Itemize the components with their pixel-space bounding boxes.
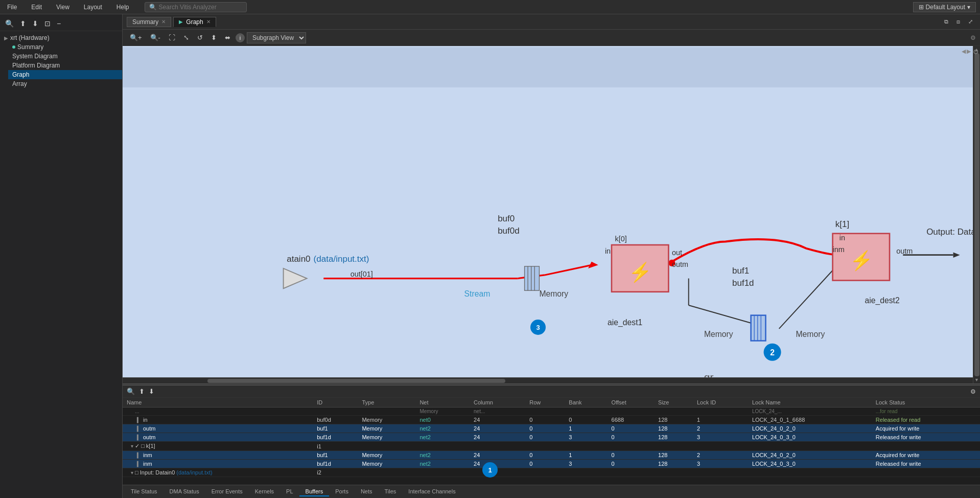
row-icon: ▍ xyxy=(137,452,141,458)
split-horizontal-button[interactable]: ⧉ xyxy=(941,17,951,27)
svg-text:buf0d: buf0d xyxy=(498,226,520,236)
row-icon: ▍ xyxy=(137,435,141,440)
settings-icon[interactable]: ⚙ xyxy=(970,34,976,41)
tab-summary-label: Summary xyxy=(132,18,158,26)
net-link[interactable]: net2 xyxy=(419,461,430,467)
play-icon: ▶ xyxy=(179,19,183,25)
search-sidebar-button[interactable]: 🔍 xyxy=(4,18,15,29)
search-input[interactable] xyxy=(159,4,241,11)
tab-nets[interactable]: Nets xyxy=(355,487,379,496)
badge-1-label: 1 xyxy=(488,466,492,474)
bottom-toolbar: 🔍 ⬆ ⬇ ⚙ xyxy=(123,386,980,398)
tab-dma-status[interactable]: DMA Status xyxy=(164,487,205,496)
nav-right-button[interactable]: ▶ xyxy=(967,48,971,55)
tab-tiles[interactable]: Tiles xyxy=(379,487,403,496)
col-size: Size xyxy=(654,398,693,408)
zoom-out-button[interactable]: 🔍- xyxy=(147,32,164,43)
scroll-bar-vertical[interactable]: ▲ ▼ xyxy=(973,46,980,383)
nav-arrows: ◀ ▶ xyxy=(962,48,971,55)
search-box[interactable]: 🔍 xyxy=(145,2,247,12)
table-row[interactable]: ▍inm buf1 Memory net2 240101282 LOCK_24_… xyxy=(123,451,980,460)
col-lockname: Lock Name xyxy=(748,398,872,408)
menu-edit[interactable]: Edit xyxy=(28,3,45,12)
expand-row-icon[interactable]: ▾ xyxy=(131,443,133,449)
table-row[interactable]: ▾ ✓ □ k[1] i1 xyxy=(123,442,980,451)
tab-summary-close[interactable]: ✕ xyxy=(161,19,166,25)
svg-text:atain0: atain0 xyxy=(287,254,310,264)
tab-summary[interactable]: Summary ✕ xyxy=(127,17,171,27)
table-row[interactable]: ▍in buf0d Memory net0 240066881281 LOCK_… xyxy=(123,416,980,424)
collapse-bottom-button[interactable]: ⬆ xyxy=(139,388,145,395)
tab-kernels[interactable]: Kernels xyxy=(249,487,280,496)
bottom-table-container[interactable]: Name ID Type Net Column Row Bank Offset … xyxy=(123,398,980,485)
content-area: Summary ✕ ▶ Graph ✕ ⧉ ⧈ ⤢ 🔍+ 🔍- ⛶ ⤡ ↺ ⬍ … xyxy=(123,14,980,498)
split-vertical-button[interactable]: ⧈ xyxy=(953,17,963,27)
search-bottom-button[interactable]: 🔍 xyxy=(127,388,135,395)
scroll-down-button[interactable]: ▼ xyxy=(974,377,979,382)
align-vertical-button[interactable]: ⬍ xyxy=(208,32,220,43)
graph-settings-icon[interactable]: ⚙ xyxy=(973,48,979,56)
table-row[interactable]: ▍inm buf1d Memory net2 240301283 LOCK_24… xyxy=(123,460,980,468)
expand-all-button[interactable]: ⬇ xyxy=(31,18,39,29)
net-link[interactable]: net2 xyxy=(419,434,430,440)
minimize-button[interactable]: − xyxy=(56,18,62,29)
badge-1-container: 1 xyxy=(482,462,498,478)
tab-pl[interactable]: PL xyxy=(280,487,299,496)
net-link[interactable]: net0 xyxy=(419,417,430,423)
scroll-thumb-horizontal[interactable] xyxy=(207,379,505,383)
tab-interface-channels[interactable]: Interface Channels xyxy=(402,487,461,496)
sidebar-item-system-diagram[interactable]: System Diagram xyxy=(8,52,122,61)
table-row[interactable]: ... Memorynet...LOCK_24_......for read xyxy=(123,408,980,416)
menu-view[interactable]: View xyxy=(53,3,73,12)
tab-error-events[interactable]: Error Events xyxy=(205,487,249,496)
net-link[interactable]: net2 xyxy=(419,452,430,458)
layout-sidebar-button[interactable]: ⊡ xyxy=(43,18,52,29)
table-row[interactable]: ▍outm buf1d Memory net2 240301283 LOCK_2… xyxy=(123,433,980,442)
expand-button[interactable]: ⤡ xyxy=(180,32,192,43)
chevron-down-icon: ▾ xyxy=(967,4,970,11)
net-link[interactable]: net2 xyxy=(419,425,430,432)
bottom-settings-icon[interactable]: ⚙ xyxy=(970,388,976,395)
table-row[interactable]: ▍outm buf1 Memory net2 240101282 LOCK_24… xyxy=(123,424,980,433)
table-row[interactable]: ▾ □ Input: Datain0 (data/input.txt) i2 xyxy=(123,468,980,477)
menu-file[interactable]: File xyxy=(4,3,20,12)
zoom-in-button[interactable]: 🔍+ xyxy=(127,32,145,43)
scroll-bar-horizontal[interactable] xyxy=(123,377,973,383)
badge-3-label: 3 xyxy=(536,324,540,331)
sidebar-item-graph[interactable]: Graph xyxy=(8,70,122,79)
subgraph-view-select[interactable]: Subgraph View xyxy=(247,32,306,43)
menu-help[interactable]: Help xyxy=(113,3,132,12)
sidebar-item-platform-diagram[interactable]: Platform Diagram xyxy=(8,61,122,70)
default-layout-button[interactable]: ⊞ Default Layout ▾ xyxy=(913,2,976,12)
tab-buffers[interactable]: Buffers xyxy=(299,487,330,496)
tab-graph-close[interactable]: ✕ xyxy=(206,19,211,25)
sidebar-item-array[interactable]: Array xyxy=(8,79,122,88)
menu-layout[interactable]: Layout xyxy=(81,3,105,12)
col-name: Name xyxy=(123,398,313,408)
graph-canvas[interactable]: ⚡ ⚡ atain0 (data/input.txt) xyxy=(123,46,980,383)
svg-text:Memory: Memory xyxy=(796,330,825,338)
col-lockid: Lock ID xyxy=(693,398,748,408)
nav-left-button[interactable]: ◀ xyxy=(962,48,966,55)
sidebar-item-label: Platform Diagram xyxy=(12,62,60,69)
svg-text:k[1]: k[1] xyxy=(835,219,849,229)
scroll-thumb-vertical[interactable] xyxy=(974,53,979,376)
tab-tile-status[interactable]: Tile Status xyxy=(125,487,164,496)
tab-graph[interactable]: ▶ Graph ✕ xyxy=(173,17,216,27)
expand-bottom-button[interactable]: ⬇ xyxy=(149,388,154,395)
info-button[interactable]: i xyxy=(236,33,245,42)
sidebar-item-label: Graph xyxy=(12,71,29,78)
svg-text:Stream: Stream xyxy=(464,289,491,298)
data-table: Name ID Type Net Column Row Bank Offset … xyxy=(123,398,980,477)
badge-1: 1 xyxy=(482,462,498,478)
sidebar-item-summary[interactable]: Summary xyxy=(8,42,122,52)
expand-row-icon[interactable]: ▾ xyxy=(131,470,133,476)
bottom-tabs-bar: Tile Status DMA Status Error Events Kern… xyxy=(123,485,980,498)
align-horizontal-button[interactable]: ⬌ xyxy=(222,32,234,43)
refresh-button[interactable]: ↺ xyxy=(194,32,206,43)
fit-button[interactable]: ⛶ xyxy=(166,32,178,43)
maximize-button[interactable]: ⤢ xyxy=(965,17,976,27)
collapse-all-button[interactable]: ⬆ xyxy=(19,18,27,29)
sidebar-item-xrt[interactable]: ▶ xrt (Hardware) xyxy=(0,33,122,42)
tab-ports[interactable]: Ports xyxy=(329,487,355,496)
